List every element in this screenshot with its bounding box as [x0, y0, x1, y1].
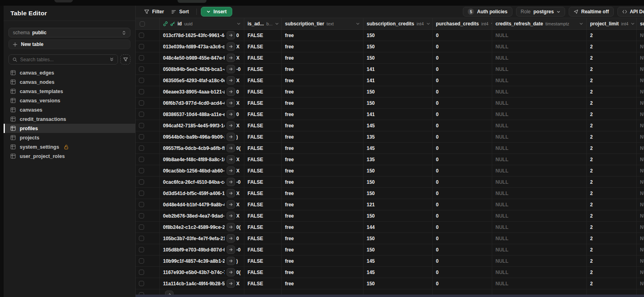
row-checkbox[interactable]	[139, 281, 144, 286]
search-tables-input[interactable]	[20, 57, 107, 62]
column-type: uuid	[184, 21, 193, 26]
expand-row-button[interactable]	[227, 133, 235, 141]
expand-row-button[interactable]	[227, 31, 235, 39]
expand-row-button[interactable]	[227, 42, 235, 51]
expand-row-button[interactable]	[227, 144, 235, 152]
schema-select[interactable]: schema public	[8, 28, 130, 37]
row-checkbox[interactable]	[139, 224, 144, 230]
realtime-toggle-button[interactable]: Realtime off	[569, 7, 614, 17]
table-row: 105d8bf9-e703-49bd-807d-645e... -0 FALSE…	[136, 244, 644, 255]
expand-row-button[interactable]	[227, 245, 235, 254]
column-header-purchased_credits[interactable]: purchased_credits int4	[433, 18, 492, 29]
column-header-su[interactable]: su	[637, 18, 644, 29]
expand-row-button[interactable]	[227, 65, 235, 73]
sidebar-item-user_project_roles[interactable]: user_project_roles	[4, 152, 135, 161]
column-header-credits_refresh_date[interactable]: credits_refresh_date timestamptz	[492, 18, 587, 29]
sidebar-item-canvases[interactable]: canvases	[4, 105, 135, 114]
row-checkbox[interactable]	[139, 123, 144, 128]
expand-row-button[interactable]	[227, 257, 235, 265]
row-checkbox[interactable]	[139, 78, 144, 83]
expand-row-button[interactable]	[227, 268, 235, 276]
sort-button[interactable]: Sort	[167, 7, 192, 17]
sidebar-item-canvas_templates[interactable]: canvas_templates	[4, 87, 135, 96]
expand-row-button[interactable]	[227, 166, 235, 175]
row-checkbox[interactable]	[139, 66, 144, 72]
row-checkbox[interactable]	[139, 55, 144, 60]
column-header-subscription_tier[interactable]: subscription_tier text	[282, 18, 363, 29]
sidebar-item-canvas_versions[interactable]: canvas_versions	[4, 96, 135, 105]
filter-button[interactable]: Filter	[140, 7, 167, 17]
subscription-credits-cell: 135	[363, 131, 433, 142]
row-checkbox[interactable]	[139, 112, 144, 117]
sort-icon	[171, 9, 176, 15]
row-checkbox[interactable]	[139, 191, 144, 196]
uuid-overflow: 0	[236, 236, 241, 241]
expand-row-button[interactable]	[227, 212, 235, 220]
subscription-credits-cell: 150	[363, 41, 433, 52]
row-checkbox[interactable]	[139, 258, 144, 264]
sidebar-item-canvas_edges[interactable]: canvas_edges	[4, 68, 135, 77]
sidebar-item-credit_transactions[interactable]: credit_transactions	[4, 114, 135, 124]
select-all-checkbox[interactable]	[140, 21, 145, 27]
row-checkbox[interactable]	[139, 247, 144, 252]
expand-row-button[interactable]	[227, 110, 235, 118]
expand-row-button[interactable]	[227, 189, 235, 197]
row-checkbox[interactable]	[139, 270, 144, 275]
row-checkbox[interactable]	[139, 168, 144, 173]
expand-row-button[interactable]	[227, 76, 235, 85]
api-docs-button[interactable]: API Do	[617, 7, 644, 17]
sidebar-item-projects[interactable]: projects	[4, 133, 135, 142]
row-checkbox[interactable]	[139, 100, 144, 106]
table-grid-icon	[10, 70, 16, 75]
expand-row-button[interactable]	[227, 99, 235, 107]
expand-row-button[interactable]	[227, 178, 235, 186]
row-checkbox[interactable]	[139, 179, 144, 185]
expand-row-button[interactable]	[227, 223, 235, 231]
row-checkbox[interactable]	[139, 157, 144, 162]
row-checkbox[interactable]	[139, 213, 144, 218]
expand-row-button[interactable]	[227, 234, 235, 243]
expand-row-button[interactable]	[227, 200, 235, 209]
new-table-button[interactable]: New table	[8, 39, 130, 49]
left-rail	[0, 6, 4, 297]
sidebar-item-canvas_nodes[interactable]: canvas_nodes	[4, 77, 135, 87]
auth-policies-button[interactable]: 5 Auth policies	[463, 7, 512, 17]
table-row: 0d48e4d4-b1bf-4479-9a8b-4a4b... X FALSE …	[136, 199, 644, 210]
subscription-tier-cell: free	[282, 278, 363, 289]
row-checkbox[interactable]	[139, 33, 144, 38]
overflow-column-cell: NULL	[637, 109, 644, 120]
search-tables-box[interactable]	[8, 54, 118, 64]
table-row: 09557f5a-0dcb-4cb9-a6fb-fff366... 0( FAL…	[136, 143, 644, 154]
row-checkbox[interactable]	[139, 145, 144, 151]
horizontal-scrollbar[interactable]	[136, 295, 644, 297]
row-checkbox[interactable]	[139, 44, 144, 49]
uuid-value: 06f6b7d3-977d-4cd0-acd4-4a78...	[163, 100, 225, 106]
row-select-cell	[136, 188, 160, 199]
table-editor-app: Table Editor schema public New table	[0, 0, 644, 297]
column-header-subscription_credits[interactable]: subscription_credits int4	[363, 18, 433, 29]
row-checkbox[interactable]	[139, 134, 144, 139]
sidebar-header: Table Editor	[4, 6, 135, 21]
sidebar-table-label: system_settings	[20, 144, 59, 150]
table-filter-button[interactable]	[120, 54, 130, 64]
row-checkbox[interactable]	[139, 236, 144, 241]
insert-button[interactable]: Insert	[201, 7, 232, 17]
overflow-column-cell: NULL	[637, 188, 644, 199]
credits-refresh-date-cell: NULL	[492, 86, 587, 97]
column-name: purchased_credits	[436, 21, 479, 27]
role-select-button[interactable]: Role postgres	[516, 7, 565, 17]
expand-row-button[interactable]	[227, 279, 235, 288]
expand-row-button[interactable]	[227, 155, 235, 164]
expand-row-button[interactable]	[227, 87, 235, 96]
expand-row-button[interactable]	[227, 54, 235, 62]
column-header-id[interactable]: id uuid	[160, 18, 244, 29]
row-checkbox[interactable]	[139, 202, 144, 207]
expand-row-button[interactable]	[227, 121, 235, 130]
sidebar-item-system_settings[interactable]: system_settings	[4, 142, 135, 152]
is-admin-cell: FALSE	[244, 199, 282, 210]
row-checkbox[interactable]	[139, 89, 144, 94]
column-header-project_limit[interactable]: project_limit int4	[587, 18, 637, 29]
uuid-overflow: -0	[236, 179, 241, 185]
sidebar-item-profiles[interactable]: profiles	[4, 124, 135, 133]
column-header-is_ad...[interactable]: is_ad... b...	[244, 18, 282, 29]
